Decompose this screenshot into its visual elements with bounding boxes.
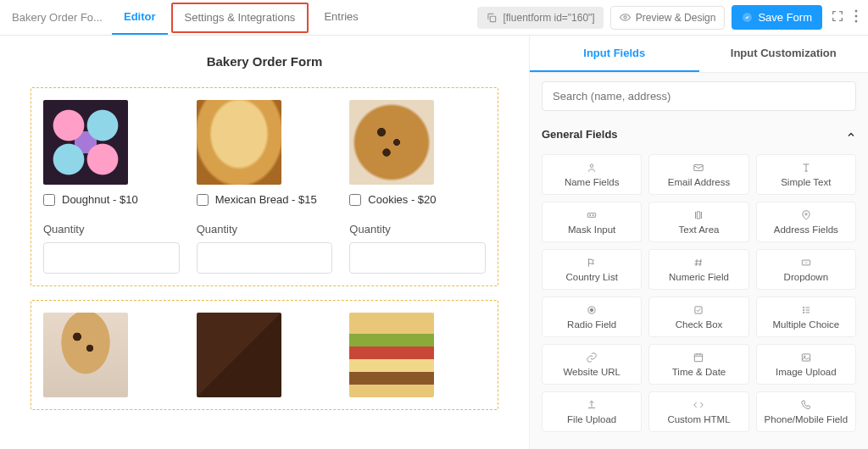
product-image-muffin bbox=[43, 313, 128, 397]
field-custom-html[interactable]: Custom HTML bbox=[648, 391, 748, 432]
svg-point-16 bbox=[803, 308, 804, 308]
quantity-input-doughnut[interactable] bbox=[43, 242, 180, 274]
product-label: Mexican Bread - $15 bbox=[215, 193, 317, 206]
svg-rect-7 bbox=[694, 165, 704, 171]
svg-point-14 bbox=[590, 308, 593, 312]
top-tabs: Editor Settings & Integrations Entries bbox=[112, 0, 370, 35]
chevron-up-icon bbox=[846, 130, 856, 140]
tab-input-customization[interactable]: Input Customization bbox=[699, 36, 869, 72]
checkbox-cookies[interactable] bbox=[349, 194, 361, 206]
quantity-label: Quantity bbox=[197, 223, 333, 236]
checkbox-bread[interactable] bbox=[197, 194, 209, 206]
section-general-fields[interactable]: General Fields bbox=[530, 119, 868, 149]
field-country-list[interactable]: Country List bbox=[542, 249, 642, 290]
field-dropdown[interactable]: Dropdown bbox=[756, 249, 856, 290]
field-check-box[interactable]: Check Box bbox=[648, 297, 748, 337]
svg-point-1 bbox=[624, 16, 626, 19]
product-image-bread bbox=[197, 100, 281, 185]
save-label: Save Form bbox=[758, 11, 812, 24]
check-circle-icon bbox=[742, 12, 753, 23]
topbar: Bakery Order Fo... Editor Settings & Int… bbox=[0, 0, 868, 36]
product-muffin bbox=[43, 313, 180, 397]
form-name-text: Bakery Order Fo... bbox=[12, 11, 102, 24]
svg-rect-0 bbox=[491, 16, 496, 21]
tab-editor[interactable]: Editor bbox=[112, 0, 168, 35]
tab-settings-integrations[interactable]: Settings & Integrations bbox=[171, 3, 309, 33]
field-file-upload[interactable]: File Upload bbox=[542, 391, 642, 432]
product-label: Cookies - $20 bbox=[368, 193, 436, 206]
field-simple-text[interactable]: Simple Text bbox=[756, 154, 856, 195]
svg-point-3 bbox=[855, 10, 858, 13]
svg-rect-15 bbox=[695, 307, 702, 313]
svg-rect-19 bbox=[695, 354, 703, 362]
svg-point-9 bbox=[590, 214, 591, 215]
svg-rect-20 bbox=[802, 354, 810, 361]
shortcode-box[interactable]: [fluentform id="160"] bbox=[477, 7, 603, 29]
sidebar-tabs: Input Fields Input Customization bbox=[530, 36, 868, 73]
field-multiple-choice[interactable]: Multiple Choice bbox=[756, 297, 856, 337]
field-radio-field[interactable]: Radio Field bbox=[542, 297, 642, 337]
field-email-address[interactable]: Email Address bbox=[648, 154, 748, 195]
svg-point-4 bbox=[855, 15, 858, 18]
copy-icon bbox=[486, 12, 498, 24]
preview-design-button[interactable]: Preview & Design bbox=[610, 6, 726, 30]
field-time-date[interactable]: Time & Date bbox=[648, 344, 748, 385]
tab-input-fields[interactable]: Input Fields bbox=[530, 36, 699, 72]
topbar-right: [fluentform id="160"] Preview & Design S… bbox=[477, 5, 860, 30]
product-row-2[interactable] bbox=[31, 300, 498, 410]
svg-point-10 bbox=[593, 214, 593, 215]
product-image-brownie bbox=[197, 313, 281, 397]
field-website-url[interactable]: Website URL bbox=[542, 344, 642, 385]
fields-sidebar: Input Fields Input Customization General… bbox=[529, 36, 868, 449]
field-image-upload[interactable]: Image Upload bbox=[756, 344, 856, 385]
fields-grid: Name Fields Email Address Simple Text Ma… bbox=[530, 149, 868, 437]
field-numeric-field[interactable]: Numeric Field bbox=[648, 249, 748, 290]
product-doughnut: Doughnut - $10 Quantity bbox=[43, 100, 180, 274]
svg-point-11 bbox=[805, 213, 807, 215]
quantity-label: Quantity bbox=[43, 223, 180, 236]
shortcode-text: [fluentform id="160"] bbox=[503, 12, 594, 24]
main: Bakery Order Form Doughnut - $10 Quantit… bbox=[0, 36, 868, 449]
eye-icon bbox=[620, 12, 631, 23]
product-label: Doughnut - $10 bbox=[62, 193, 138, 206]
product-cookies: Cookies - $20 Quantity bbox=[349, 100, 486, 274]
product-mexican-bread: Mexican Bread - $15 Quantity bbox=[197, 100, 333, 274]
svg-point-6 bbox=[590, 164, 593, 168]
product-image-sandwich bbox=[349, 313, 434, 397]
field-text-area[interactable]: Text Area bbox=[648, 202, 748, 242]
more-icon[interactable] bbox=[853, 8, 860, 27]
svg-point-18 bbox=[803, 312, 804, 313]
svg-point-17 bbox=[803, 309, 804, 310]
product-image-doughnut bbox=[43, 100, 128, 185]
svg-point-5 bbox=[855, 20, 858, 23]
product-sandwich bbox=[349, 313, 486, 397]
product-row-1[interactable]: Doughnut - $10 Quantity Mexican Bread - … bbox=[31, 87, 498, 286]
svg-rect-8 bbox=[587, 213, 595, 218]
form-canvas[interactable]: Bakery Order Form Doughnut - $10 Quantit… bbox=[0, 36, 529, 449]
save-form-button[interactable]: Save Form bbox=[732, 5, 822, 30]
field-name-fields[interactable]: Name Fields bbox=[542, 154, 642, 195]
preview-label: Preview & Design bbox=[636, 12, 716, 24]
checkbox-doughnut[interactable] bbox=[43, 194, 55, 206]
quantity-input-bread[interactable] bbox=[197, 242, 333, 274]
section-title: General Fields bbox=[542, 128, 618, 141]
product-brownie bbox=[197, 313, 333, 397]
quantity-label: Quantity bbox=[349, 223, 486, 236]
product-image-cookies bbox=[349, 100, 434, 185]
quantity-input-cookies[interactable] bbox=[349, 242, 486, 274]
tab-entries[interactable]: Entries bbox=[312, 0, 370, 35]
form-name[interactable]: Bakery Order Fo... bbox=[8, 11, 102, 24]
fullscreen-icon[interactable] bbox=[829, 8, 846, 27]
field-mask-input[interactable]: Mask Input bbox=[542, 202, 642, 242]
field-address-fields[interactable]: Address Fields bbox=[756, 202, 856, 242]
search-wrap bbox=[530, 73, 868, 119]
field-phone-mobile[interactable]: Phone/Mobile Field bbox=[756, 391, 856, 432]
form-title: Bakery Order Form bbox=[31, 54, 498, 69]
search-input[interactable] bbox=[542, 81, 856, 111]
